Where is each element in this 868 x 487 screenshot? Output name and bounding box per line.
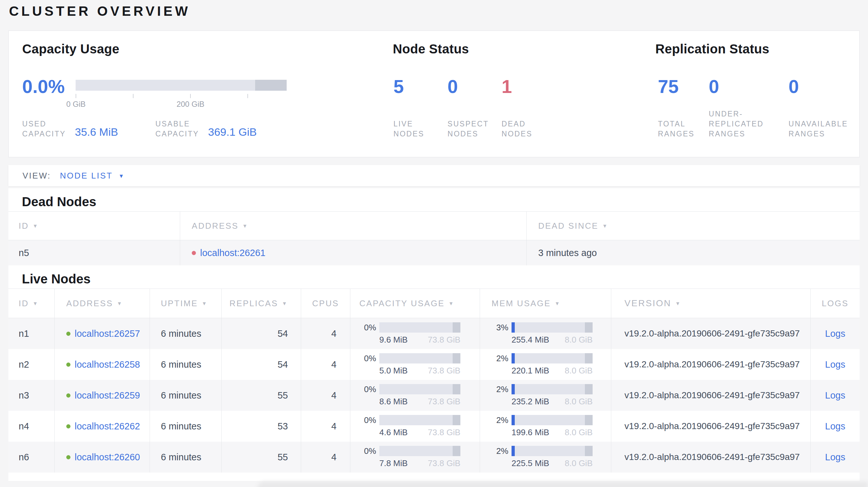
mem-percent: 2% (492, 354, 508, 363)
cpus-cell: 4 (301, 349, 350, 380)
axis-tick (75, 94, 76, 98)
node-address-link[interactable]: localhost:26259 (75, 390, 140, 401)
live-nodes-stat: 5 LIVE NODES (394, 31, 447, 157)
replicas-cell: 54 (222, 349, 301, 380)
uptime-cell: 6 minutes (150, 318, 222, 349)
column-header-capacity-usage[interactable]: CAPACITY USAGE▼ (350, 289, 480, 318)
column-header-id[interactable]: ID▼ (8, 289, 55, 318)
dead-nodes-label: DEAD NODES (502, 119, 532, 139)
node-address-link[interactable]: localhost:26262 (75, 421, 140, 432)
logs-link[interactable]: Logs (825, 452, 845, 462)
node-address-link[interactable]: localhost:26260 (75, 452, 140, 462)
capacity-usage-cell: 0% 5.0 MiB 73.8 GiB (350, 349, 480, 380)
node-id-cell: n6 (8, 442, 55, 473)
capacity-bar-marker (453, 415, 460, 425)
uptime-cell: 6 minutes (150, 411, 222, 442)
cpus-cell: 4 (301, 411, 350, 442)
nodes-content-panel: Dead Nodes ID▼ ADDRESS▼ DEAD SINCE▼ n5 l… (8, 188, 860, 481)
usable-capacity-stat: USABLE CAPACITY 369.1 GiB (155, 119, 257, 139)
under-replicated-ranges-count: 0 (709, 77, 719, 96)
sort-arrow-icon: ▼ (602, 223, 608, 229)
mem-usage-cell: 2% 199.6 MiB 8.0 GiB (480, 411, 611, 442)
column-header-version[interactable]: VERSION▼ (611, 289, 811, 318)
column-header-logs[interactable]: LOGS (811, 289, 860, 318)
live-status-dot-icon (66, 393, 70, 397)
node-id-cell: n5 (8, 240, 180, 265)
below-fold-shadow (257, 482, 868, 487)
axis-tick-label: 0 GiB (66, 100, 86, 109)
column-header-mem-usage[interactable]: MEM USAGE▼ (480, 289, 611, 318)
axis-tick (247, 94, 248, 98)
mem-bar-fill (512, 353, 515, 363)
sort-arrow-icon: ▼ (242, 223, 248, 229)
live-status-dot-icon (66, 424, 70, 428)
live-node-row: n1 localhost:26257 6 minutes 54 4 0% 9.6… (8, 318, 860, 349)
capacity-percent: 0% (359, 384, 376, 394)
mem-total-value: 8.0 GiB (565, 335, 593, 345)
view-selector-dropdown[interactable]: NODE LIST ▼ (60, 171, 125, 181)
logs-link[interactable]: Logs (825, 328, 845, 339)
node-address-link[interactable]: localhost:26257 (75, 328, 140, 339)
cpus-cell: 4 (301, 318, 350, 349)
column-header-uptime[interactable]: UPTIME▼ (150, 289, 222, 318)
capacity-used-value: 8.6 MiB (379, 397, 408, 407)
sort-arrow-icon: ▼ (555, 300, 561, 306)
live-status-dot-icon (66, 332, 70, 336)
logs-link[interactable]: Logs (825, 421, 845, 432)
version-cell: v19.2.0-alpha.20190606-2491-gfe735c9a97 (611, 318, 811, 349)
dead-nodes-table-header: ID▼ ADDRESS▼ DEAD SINCE▼ (8, 211, 860, 240)
sort-arrow-icon: ▼ (448, 300, 455, 306)
capacity-usage-percent: 0.0% (22, 77, 65, 96)
capacity-total-value: 73.8 GiB (428, 458, 460, 468)
used-capacity-label: USED CAPACITY (22, 119, 66, 139)
mem-percent: 2% (492, 415, 508, 425)
mem-bar-fill (512, 322, 515, 333)
view-label: VIEW: (23, 171, 51, 181)
axis-tick-label: 200 GiB (177, 100, 205, 109)
page-title: CLUSTER OVERVIEW (9, 3, 190, 19)
sort-arrow-icon: ▼ (117, 300, 123, 306)
capacity-bar-marker (453, 446, 460, 456)
replicas-cell: 55 (222, 442, 301, 473)
dead-nodes-table-body: n5 localhost:26261 3 minutes ago (8, 240, 860, 265)
sort-arrow-icon: ▼ (33, 223, 39, 229)
mem-bar-fill (512, 415, 515, 425)
capacity-bar (379, 446, 460, 456)
uptime-cell: 6 minutes (150, 442, 222, 473)
mem-usage-cell: 2% 220.1 MiB 8.0 GiB (480, 349, 611, 380)
node-address-link[interactable]: localhost:26258 (75, 359, 140, 370)
live-nodes-table: ID▼ ADDRESS▼ UPTIME▼ REPLICAS▼ CPUS CAPA… (8, 289, 860, 473)
logs-link[interactable]: Logs (825, 359, 845, 370)
mem-bar-marker (585, 384, 593, 394)
column-header-address[interactable]: ADDRESS▼ (180, 212, 527, 240)
capacity-bar (379, 384, 460, 394)
dead-node-row: n5 localhost:26261 3 minutes ago (8, 240, 860, 265)
node-address-cell: localhost:26262 (55, 411, 150, 442)
column-header-cpus[interactable]: CPUS (301, 289, 350, 318)
mem-bar-marker (585, 415, 593, 425)
replicas-cell: 54 (222, 318, 301, 349)
dead-since-cell: 3 minutes ago (527, 240, 860, 265)
capacity-total-value: 73.8 GiB (428, 335, 460, 345)
capacity-bar (379, 415, 460, 425)
cpus-cell: 4 (301, 442, 350, 473)
mem-used-value: 220.1 MiB (512, 366, 549, 376)
column-header-address[interactable]: ADDRESS▼ (55, 289, 150, 318)
unavailable-ranges-count: 0 (788, 77, 799, 96)
dead-nodes-stat: 1 DEAD NODES (502, 31, 559, 157)
capacity-usage-section: Capacity Usage 0.0% 0 GiB 200 GiB USED C… (22, 31, 363, 157)
capacity-total-value: 73.8 GiB (428, 366, 460, 376)
column-header-id[interactable]: ID▼ (8, 212, 180, 240)
logs-cell: Logs (811, 380, 860, 411)
mem-bar-marker (585, 322, 593, 333)
live-status-dot-icon (66, 362, 70, 367)
capacity-percent: 0% (359, 415, 376, 425)
mem-percent: 2% (492, 384, 508, 394)
used-capacity-value: 35.6 MiB (75, 126, 118, 139)
column-header-replicas[interactable]: REPLICAS▼ (222, 289, 301, 318)
column-header-dead-since[interactable]: DEAD SINCE▼ (527, 212, 860, 240)
node-address-link[interactable]: localhost:26261 (200, 248, 266, 258)
capacity-usage-cell: 0% 7.8 MiB 73.8 GiB (350, 442, 480, 473)
logs-link[interactable]: Logs (825, 390, 845, 401)
capacity-used-value: 5.0 MiB (379, 366, 408, 376)
